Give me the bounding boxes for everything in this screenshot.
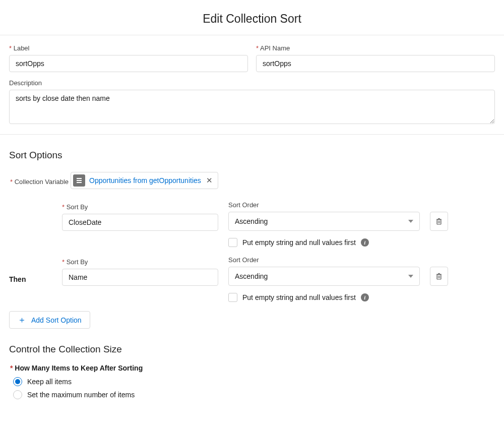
- label-field-label: Label: [9, 44, 248, 52]
- delete-sort-button-0[interactable]: [430, 212, 448, 231]
- description-label: Description: [9, 79, 495, 87]
- sort-by-label-0: Sort By: [62, 203, 218, 211]
- add-sort-option-button[interactable]: ＋ Add Sort Option: [9, 311, 90, 329]
- info-icon[interactable]: i: [361, 238, 369, 247]
- null-first-checkbox-0[interactable]: [228, 238, 237, 247]
- svg-rect-2: [77, 180, 82, 181]
- sort-order-select-1[interactable]: Ascending: [228, 267, 420, 286]
- api-name-input[interactable]: [256, 55, 495, 72]
- sort-order-value-0: Ascending: [235, 217, 268, 225]
- keep-all-radio[interactable]: [13, 377, 22, 386]
- api-name-label: API Name: [256, 44, 495, 52]
- sort-order-label-0: Sort Order: [228, 201, 420, 209]
- record-collection-icon: [73, 174, 85, 187]
- collection-variable-label: Collection Variable: [10, 178, 69, 186]
- set-max-radio[interactable]: [13, 390, 22, 399]
- keep-all-label: Keep all items: [27, 378, 72, 386]
- svg-rect-4: [437, 220, 441, 224]
- clear-collection-icon[interactable]: ✕: [205, 176, 214, 185]
- description-input[interactable]: [9, 90, 495, 124]
- info-icon[interactable]: i: [361, 293, 369, 301]
- add-sort-option-label: Add Sort Option: [31, 316, 82, 324]
- null-first-label-0: Put empty string and null values first: [242, 238, 356, 247]
- collection-variable-value: Opportunities from getOpportunities: [89, 176, 201, 185]
- trash-icon: [435, 218, 443, 225]
- chevron-down-icon: [408, 275, 413, 278]
- sort-order-label-1: Sort Order: [228, 256, 420, 264]
- svg-rect-9: [437, 275, 441, 279]
- delete-sort-button-1[interactable]: [430, 267, 448, 286]
- control-size-title: Control the Collection Size: [9, 344, 495, 355]
- set-max-label: Set the maximum number of items: [27, 391, 135, 399]
- svg-rect-3: [77, 182, 82, 183]
- null-first-checkbox-1[interactable]: [228, 293, 237, 302]
- sort-by-input-0[interactable]: [62, 214, 218, 231]
- collection-variable-pill[interactable]: Opportunities from getOpportunities ✕: [71, 172, 218, 189]
- svg-rect-1: [77, 178, 82, 179]
- sort-order-select-0[interactable]: Ascending: [228, 212, 420, 231]
- page-title: Edit Collection Sort: [0, 12, 504, 26]
- keep-items-label: How Many Items to Keep After Sorting: [10, 364, 495, 372]
- label-input[interactable]: [9, 55, 248, 72]
- null-first-label-1: Put empty string and null values first: [242, 293, 356, 301]
- then-label: Then: [9, 256, 62, 283]
- sort-by-label-1: Sort By: [62, 258, 218, 266]
- chevron-down-icon: [408, 220, 413, 223]
- sort-order-value-1: Ascending: [235, 272, 268, 280]
- trash-icon: [435, 273, 443, 280]
- sort-options-title: Sort Options: [9, 150, 495, 161]
- plus-icon: ＋: [18, 316, 26, 324]
- sort-by-input-1[interactable]: [62, 269, 218, 286]
